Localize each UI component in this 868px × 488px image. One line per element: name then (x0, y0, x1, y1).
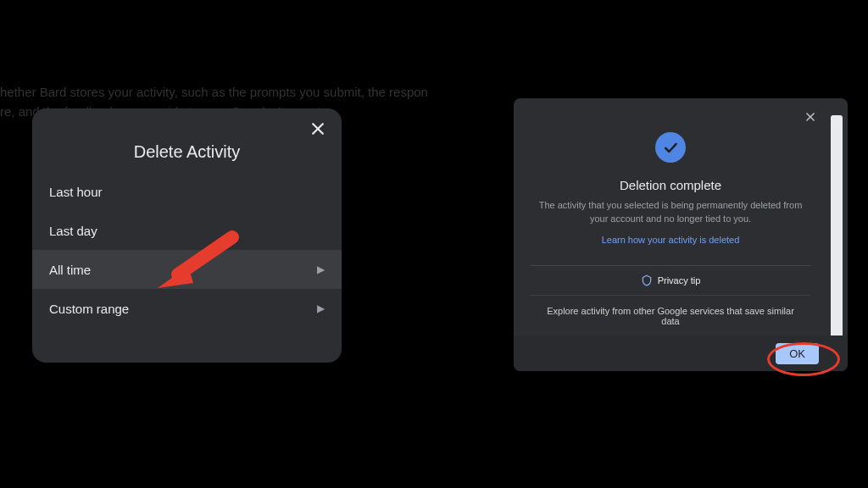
menu-item-all-time[interactable]: All time ▶ (32, 250, 342, 289)
delete-activity-dialog: Delete Activity Last hour Last day All t… (32, 108, 342, 363)
close-icon (309, 120, 326, 137)
done-description: The activity that you selected is being … (514, 199, 827, 226)
chevron-right-icon: ▶ (317, 263, 325, 275)
done-title: Deletion complete (620, 178, 721, 192)
chevron-right-icon: ▶ (317, 302, 325, 314)
menu-item-label: Last day (49, 224, 97, 238)
close-button[interactable] (798, 105, 822, 129)
menu-item-label: Last hour (49, 185, 103, 199)
menu-item-custom-range[interactable]: Custom range ▶ (32, 289, 342, 328)
ok-button[interactable]: OK (776, 343, 819, 364)
check-icon (662, 139, 679, 156)
scrollbar[interactable] (831, 115, 843, 339)
menu-item-label: Custom range (49, 302, 129, 316)
deletion-complete-dialog: Deletion complete The activity that you … (514, 98, 848, 371)
menu-item-last-day[interactable]: Last day (32, 211, 342, 250)
delete-range-menu: Last hour Last day All time ▶ Custom ran… (32, 172, 342, 328)
tip-body: Explore activity from other Google servi… (531, 296, 810, 333)
menu-item-label: All time (49, 263, 91, 277)
dialog-title: Delete Activity (32, 142, 342, 162)
tip-heading-label: Privacy tip (658, 275, 701, 286)
dialog-footer: OK (514, 336, 848, 371)
close-button[interactable] (306, 117, 330, 141)
check-badge (655, 132, 686, 163)
menu-item-last-hour[interactable]: Last hour (32, 172, 342, 211)
shield-icon (641, 274, 653, 286)
bg-line-1: hether Bard stores your activity, such a… (0, 83, 428, 103)
close-icon (804, 111, 816, 123)
learn-link[interactable]: Learn how your activity is deleted (602, 235, 740, 245)
tip-heading: Privacy tip (531, 266, 810, 296)
